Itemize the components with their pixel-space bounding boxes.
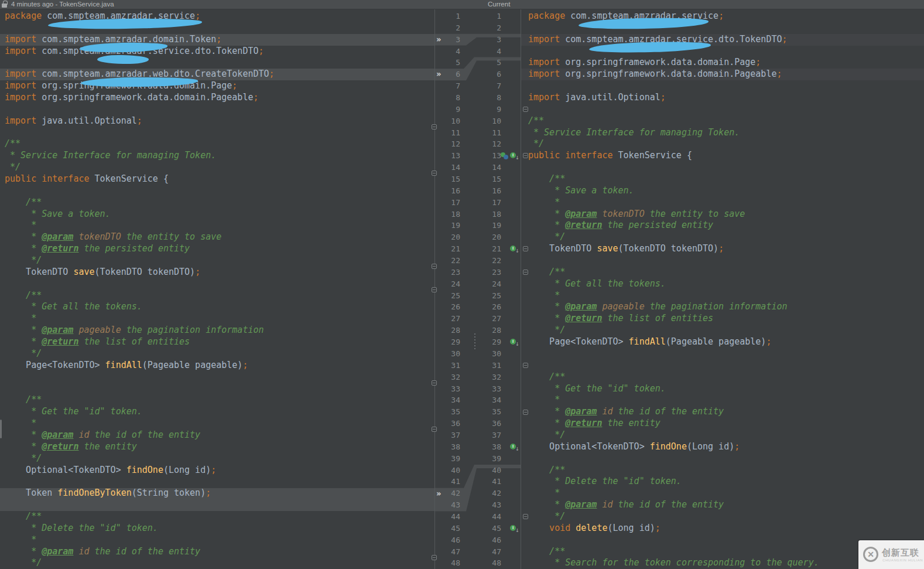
code-line[interactable]: * [528, 290, 924, 302]
fold-marker-icon[interactable] [523, 514, 528, 519]
code-line[interactable]: Optional<TokenDTO> findOne(Long id); [5, 465, 434, 476]
fold-marker-icon[interactable] [523, 107, 528, 112]
code-line[interactable] [5, 185, 434, 197]
splitter-drag-handle[interactable] [474, 332, 475, 351]
code-line[interactable]: */ [5, 162, 434, 173]
code-line[interactable] [5, 57, 434, 69]
code-line[interactable]: */ [528, 511, 924, 523]
code-line[interactable]: * Save a token. [5, 209, 434, 220]
code-line[interactable]: * @param id the id of the entity [528, 499, 924, 511]
fold-marker-icon[interactable] [523, 246, 528, 251]
code-line[interactable]: * Get all the tokens. [5, 301, 434, 313]
code-line[interactable]: package com.smpteam.amzradar.service; [5, 11, 434, 22]
fold-marker-icon[interactable] [432, 555, 437, 560]
code-line[interactable]: TokenDTO save(TokenDTO tokenDTO); [5, 267, 434, 278]
code-line[interactable]: /** [5, 394, 434, 406]
left-scrollbar-thumb[interactable] [0, 420, 2, 438]
code-line[interactable]: * Service Interface for managing Token. [5, 150, 434, 162]
code-line[interactable] [528, 104, 924, 115]
code-line[interactable]: Token findOneByToken(String token); [5, 488, 434, 499]
code-line[interactable] [5, 278, 434, 290]
code-line[interactable] [5, 499, 434, 511]
code-line[interactable]: * @param id the id of the entity [528, 406, 924, 418]
code-line[interactable]: void delete(Long id); [528, 523, 924, 534]
code-line[interactable]: * @param pageable the pagination informa… [5, 325, 434, 336]
code-line[interactable]: package com.smpteam.amzradar.service; [528, 11, 924, 22]
code-line[interactable]: * Service Interface for managing Token. [528, 127, 924, 139]
code-line[interactable]: * [5, 534, 434, 546]
fold-marker-icon[interactable] [432, 380, 437, 386]
code-line[interactable]: Page<TokenDTO> findAll(Pageable pageable… [5, 360, 434, 372]
code-line[interactable] [528, 80, 924, 92]
code-line[interactable]: */ [528, 430, 924, 441]
code-line[interactable]: * Get the "id" token. [528, 383, 924, 395]
code-line[interactable] [528, 255, 924, 267]
code-line[interactable]: /** [5, 511, 434, 523]
code-line[interactable]: import org.springframework.data.domain.P… [528, 57, 924, 69]
code-line[interactable]: * @return the persisted entity [528, 220, 924, 231]
code-line[interactable]: * [5, 418, 434, 430]
code-line[interactable] [528, 348, 924, 360]
code-line[interactable]: * Delete the "id" token. [528, 476, 924, 488]
code-line[interactable]: import java.util.Optional; [528, 92, 924, 104]
code-line[interactable]: */ [528, 231, 924, 243]
code-line[interactable]: * @param id the id of the entity [5, 430, 434, 441]
code-line[interactable]: /** [5, 138, 434, 150]
code-line[interactable]: */ [5, 453, 434, 465]
code-line[interactable]: /** [528, 372, 924, 383]
code-line[interactable]: /** [5, 290, 434, 302]
code-line[interactable] [5, 372, 434, 383]
fold-marker-icon[interactable] [523, 153, 528, 158]
code-line[interactable]: * [528, 197, 924, 209]
code-line[interactable]: * @return the list of entities [528, 313, 924, 325]
code-line[interactable]: * @param pageable the pagination informa… [528, 301, 924, 313]
code-line[interactable]: * Delete the "id" token. [5, 523, 434, 534]
code-line[interactable]: * @param id the id of the entity [5, 546, 434, 558]
code-line[interactable]: * Get all the tokens. [528, 278, 924, 290]
right-code-pane[interactable]: package com.smpteam.amzradar.service;imp… [521, 9, 924, 569]
code-line[interactable]: import org.springframework.data.domain.P… [5, 92, 434, 104]
fold-marker-icon[interactable] [432, 171, 437, 176]
fold-marker-icon[interactable] [523, 270, 528, 275]
code-line[interactable]: * @return the entity [528, 418, 924, 430]
code-line[interactable]: */ [528, 325, 924, 336]
code-line[interactable]: public interface TokenService { [528, 150, 924, 162]
code-line[interactable]: * Save a token. [528, 185, 924, 197]
left-code-pane[interactable]: package com.smpteam.amzradar.service;imp… [0, 9, 434, 569]
code-line[interactable]: * [528, 394, 924, 406]
code-line[interactable]: import com.smpteam.amzradar.service.dto.… [528, 34, 924, 46]
code-line[interactable]: Page<TokenDTO> findAll(Pageable pageable… [528, 336, 924, 348]
code-line[interactable] [528, 453, 924, 465]
code-line[interactable]: * [528, 488, 924, 499]
code-line[interactable]: */ [5, 255, 434, 267]
code-line[interactable] [528, 46, 924, 57]
code-line[interactable]: import org.springframework.data.domain.P… [5, 80, 434, 92]
code-line[interactable] [5, 104, 434, 115]
code-line[interactable]: import java.util.Optional; [5, 115, 434, 127]
code-line[interactable]: * @return the list of entities [5, 336, 434, 348]
code-line[interactable]: import com.smpteam.amzradar.domain.Token… [5, 34, 434, 46]
code-line[interactable] [5, 383, 434, 395]
code-line[interactable]: /** [5, 197, 434, 209]
code-line[interactable]: import com.smpteam.amzradar.web.dto.Crea… [5, 69, 434, 80]
code-line[interactable]: */ [528, 138, 924, 150]
fold-marker-icon[interactable] [523, 363, 528, 368]
code-line[interactable]: import com.smpteam.amzradar.service.dto.… [5, 46, 434, 57]
code-line[interactable]: */ [5, 557, 434, 569]
code-line[interactable]: /** [528, 173, 924, 185]
code-line[interactable]: * @return the entity [5, 441, 434, 453]
code-line[interactable]: TokenDTO save(TokenDTO tokenDTO); [528, 243, 924, 255]
code-line[interactable]: * [5, 220, 434, 231]
deleted-change-chevron-icon[interactable]: » [436, 69, 448, 80]
code-line[interactable]: /** [528, 465, 924, 476]
code-line[interactable]: import org.springframework.data.domain.P… [528, 69, 924, 80]
code-line[interactable] [528, 360, 924, 372]
code-line[interactable]: /** [528, 267, 924, 278]
code-line[interactable]: * @return the persisted entity [5, 243, 434, 255]
code-line[interactable] [5, 476, 434, 488]
code-line[interactable] [5, 127, 434, 139]
fold-marker-icon[interactable] [432, 427, 437, 432]
code-line[interactable]: * @param tokenDTO the entity to save [5, 231, 434, 243]
code-line[interactable]: * Get the "id" token. [5, 406, 434, 418]
code-line[interactable]: * [5, 313, 434, 325]
